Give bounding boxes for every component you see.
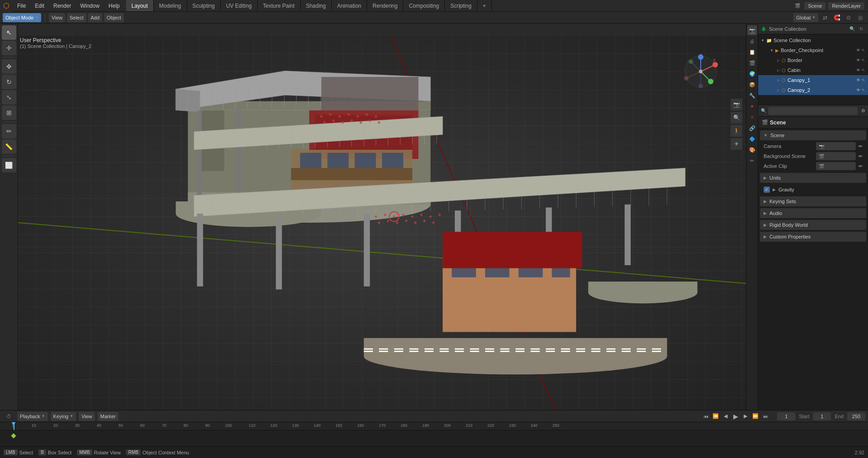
tab-add[interactable]: + <box>477 0 492 11</box>
scene-props-icon[interactable]: 🎬 <box>747 58 757 68</box>
tab-compositing[interactable]: Compositing <box>403 0 445 11</box>
tab-animation[interactable]: Animation <box>332 0 367 11</box>
data-props-icon[interactable]: 🔷 <box>747 134 757 144</box>
bg-scene-value[interactable]: 🎬 <box>816 152 856 160</box>
clip-edit-btn[interactable]: ✏ <box>859 163 863 169</box>
view-btn[interactable]: View <box>49 13 65 22</box>
tab-sculpting[interactable]: Sculpting <box>187 0 221 11</box>
shader-props-icon[interactable]: ✏ <box>747 156 757 166</box>
view-layer-props-icon[interactable]: 📋 <box>747 47 757 57</box>
keying-sets-header[interactable]: ▶ Keying Sets <box>760 196 866 206</box>
walk-btn[interactable]: 🚶 <box>731 125 742 137</box>
outliner-item-border[interactable]: ▷ ⬡ Border 👁 ↖ <box>758 55 868 65</box>
timeline-view-btn[interactable]: View <box>79 412 95 421</box>
keying-btn[interactable]: Keying ▼ <box>51 412 76 421</box>
menu-edit[interactable]: Edit <box>30 0 49 11</box>
rotate-tool-btn[interactable]: ↻ <box>2 75 16 89</box>
rigid-body-header[interactable]: ▶ Rigid Body World <box>760 220 866 230</box>
nav-gizmo[interactable]: X Y Z <box>683 53 719 90</box>
jump-end-btn[interactable]: ⏭ <box>761 412 770 421</box>
object-btn[interactable]: Object <box>104 13 124 22</box>
bg-edit-btn[interactable]: ✏ <box>859 153 863 159</box>
gravity-checkbox[interactable]: ✓ <box>764 186 770 193</box>
cabin-vis-icon[interactable]: 👁 <box>856 68 860 72</box>
snap-icon[interactable]: 🧲 <box>832 13 842 23</box>
start-frame-input[interactable]: 1 <box>813 412 831 420</box>
timeline-track-area[interactable] <box>0 430 868 446</box>
scene-section-header[interactable]: ▼ Scene <box>760 130 866 140</box>
global-btn[interactable]: Global ▼ <box>793 13 818 22</box>
camera-view-btn[interactable]: 📷 <box>731 99 742 110</box>
modifier-props-icon[interactable]: 🔧 <box>747 91 757 100</box>
physics-props-icon[interactable]: ⚛ <box>747 112 757 122</box>
jump-start-btn[interactable]: ⏮ <box>701 412 710 421</box>
prev-frame-btn[interactable]: ⏪ <box>711 412 720 421</box>
units-header[interactable]: ▶ Units <box>760 173 866 183</box>
c2-sel-icon[interactable]: ↖ <box>862 88 865 92</box>
zoom-btn[interactable]: 🔍 <box>731 112 742 124</box>
material-props-icon[interactable]: 🎨 <box>747 145 757 155</box>
menu-file[interactable]: File <box>13 0 30 11</box>
active-clip-value[interactable]: 🎬 <box>816 162 856 170</box>
c2-vis-icon[interactable]: 👁 <box>856 88 860 92</box>
menu-window[interactable]: Window <box>75 0 104 11</box>
outliner-item-canopy2[interactable]: ▷ ⬡ Canopy_2 👁 ↖ <box>758 85 868 95</box>
playback-btn[interactable]: Playback ▼ <box>17 412 48 421</box>
end-frame-input[interactable]: 250 <box>847 412 865 420</box>
output-props-icon[interactable]: 🖨 <box>747 36 757 46</box>
camera-edit-btn[interactable]: ✏ <box>859 143 863 149</box>
render-props-icon[interactable]: 📷 <box>747 25 757 35</box>
bc-vis-icon[interactable]: 👁 <box>856 48 860 52</box>
object-props-icon[interactable]: 📦 <box>747 80 757 90</box>
tab-uv-editing[interactable]: UV Editing <box>221 0 258 11</box>
c1-sel-icon[interactable]: ↖ <box>862 78 865 82</box>
render-layer-selector[interactable]: RenderLayer <box>828 2 864 10</box>
select-btn[interactable]: Select <box>67 13 86 22</box>
outliner-item-canopy1[interactable]: ▷ ⬡ Canopy_1 👁 ↖ <box>758 75 868 85</box>
custom-props-header[interactable]: ▶ Custom Properties <box>760 232 866 242</box>
constraints-props-icon[interactable]: 🔗 <box>747 123 757 133</box>
select-tool-btn[interactable]: ↖ <box>2 25 16 40</box>
timeline-ruler[interactable]: 1 10 20 30 40 50 60 70 80 90 100 110 120… <box>0 422 868 446</box>
tab-texture-paint[interactable]: Texture Paint <box>258 0 301 11</box>
tab-rendering[interactable]: Rendering <box>367 0 403 11</box>
audio-header[interactable]: ▶ Audio <box>760 208 866 218</box>
marker-btn[interactable]: Marker <box>98 412 118 421</box>
particles-props-icon[interactable]: ✦ <box>747 101 757 111</box>
pivot-icon[interactable]: ⊙ <box>844 13 854 23</box>
world-props-icon[interactable]: 🌍 <box>747 69 757 79</box>
tab-scripting[interactable]: Scripting <box>445 0 477 11</box>
prev-keyframe-btn[interactable]: ◀ <box>721 412 730 421</box>
scale-tool-btn[interactable]: ⤡ <box>2 90 16 105</box>
next-frame-btn[interactable]: ⏩ <box>751 412 760 421</box>
sync-icon[interactable]: ↻ <box>857 25 865 33</box>
camera-value[interactable]: 📷 <box>816 142 856 150</box>
cabin-sel-icon[interactable]: ↖ <box>862 68 865 72</box>
annotate-tool-btn[interactable]: ✏ <box>2 124 16 138</box>
c1-vis-icon[interactable]: 👁 <box>856 78 860 82</box>
tab-modeling[interactable]: Modeling <box>154 0 187 11</box>
bc-select-icon[interactable]: ↖ <box>862 48 865 52</box>
outliner-item-scene-collection[interactable]: ▼ 📁 Scene Collection <box>758 35 868 45</box>
transform-tool-btn[interactable]: ⊞ <box>2 105 16 120</box>
outliner-item-border-checkpoint[interactable]: ▼ ▶ Border_Checkpoint 👁 ↖ <box>758 45 868 55</box>
current-frame-input[interactable]: 1 <box>777 412 795 420</box>
properties-search-input[interactable] <box>768 107 858 115</box>
move-tool-btn[interactable]: ✥ <box>2 59 16 74</box>
tab-layout[interactable]: Layout <box>126 0 154 11</box>
filter-icon[interactable]: 🔍 <box>848 25 856 33</box>
outliner-item-cabin[interactable]: ▷ ⬡ Cabin 👁 ↖ <box>758 65 868 75</box>
tab-shading[interactable]: Shading <box>301 0 332 11</box>
measure-tool-btn[interactable]: 📏 <box>2 139 16 154</box>
proportional-icon[interactable]: ◎ <box>855 13 865 23</box>
add-btn[interactable]: Add <box>88 13 103 22</box>
transform-icon[interactable]: ⇄ <box>820 13 830 23</box>
play-btn[interactable]: ▶ <box>731 412 740 421</box>
add-cube-btn[interactable]: ⬜ <box>2 158 16 172</box>
cursor-tool-btn[interactable]: ✛ <box>2 41 16 55</box>
viewport-area[interactable]: User Perspective (1) Scene Collection | … <box>18 24 746 410</box>
border-sel-icon[interactable]: ↖ <box>862 58 865 62</box>
menu-help[interactable]: Help <box>104 0 124 11</box>
scene-selector[interactable]: Scene <box>804 2 826 10</box>
fly-btn[interactable]: ✈ <box>731 138 742 150</box>
